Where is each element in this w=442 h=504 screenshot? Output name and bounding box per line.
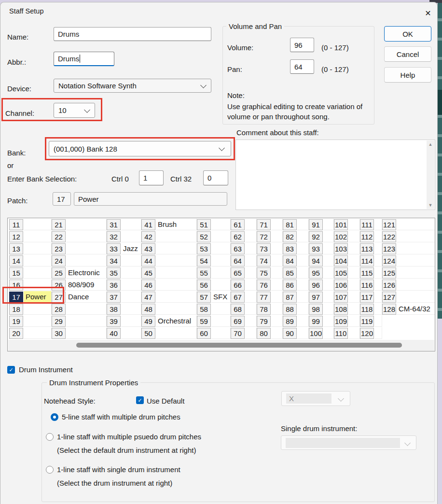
- patch-cell-123[interactable]: 123: [382, 243, 396, 254]
- patch-cell-15[interactable]: 15: [9, 267, 23, 279]
- patch-cell-106[interactable]: 106: [334, 280, 348, 291]
- ok-button[interactable]: OK: [384, 26, 431, 42]
- patch-name-28[interactable]: [66, 303, 107, 315]
- patch-name-107[interactable]: [348, 291, 360, 303]
- patch-name-102[interactable]: [348, 231, 360, 242]
- cancel-button[interactable]: Cancel: [384, 46, 431, 62]
- patch-cell-40[interactable]: 40: [107, 328, 121, 339]
- patch-name-14[interactable]: [24, 255, 52, 266]
- patch-cell-69[interactable]: 69: [231, 316, 245, 327]
- patch-name-96[interactable]: [323, 279, 334, 291]
- patch-name-12[interactable]: [24, 231, 52, 242]
- patch-cell-31[interactable]: 31: [107, 219, 121, 230]
- patch-name-104[interactable]: [348, 255, 360, 266]
- patch-name-66[interactable]: [245, 279, 257, 291]
- patch-name-38[interactable]: [121, 303, 141, 315]
- patch-name-48[interactable]: [156, 303, 197, 315]
- patch-cell-104[interactable]: 104: [334, 255, 348, 266]
- patch-name-98[interactable]: [323, 303, 334, 315]
- patch-cell-126[interactable]: 126: [382, 280, 396, 291]
- patch-cell-49[interactable]: 49: [141, 316, 155, 327]
- patch-cell-88[interactable]: 88: [283, 304, 297, 315]
- pan-input[interactable]: 64: [290, 59, 314, 74]
- patch-name-93[interactable]: [323, 243, 334, 254]
- patch-name-97[interactable]: [323, 291, 334, 303]
- patch-name-61[interactable]: [245, 219, 257, 230]
- patch-cell-39[interactable]: 39: [107, 316, 121, 327]
- patch-name-111[interactable]: [374, 219, 382, 230]
- patch-name-127[interactable]: [397, 291, 435, 303]
- patch-cell-54[interactable]: 54: [197, 255, 211, 266]
- patch-cell-98[interactable]: 98: [309, 304, 323, 315]
- patch-cell-103[interactable]: 103: [334, 243, 348, 254]
- patch-cell-89[interactable]: 89: [283, 316, 297, 327]
- ctrl0-input[interactable]: 1: [139, 170, 164, 185]
- patch-name-82[interactable]: [297, 231, 309, 242]
- patch-cell-23[interactable]: 23: [52, 243, 66, 254]
- patch-name-56[interactable]: [211, 279, 231, 291]
- patch-cell-18[interactable]: 18: [9, 304, 23, 315]
- patch-table-hscrollbar-thumb[interactable]: [76, 343, 402, 348]
- patch-cell-81[interactable]: 81: [283, 219, 297, 230]
- patch-name-80[interactable]: [271, 327, 283, 339]
- patch-cell-99[interactable]: 99: [309, 316, 323, 327]
- radio-5line-multiple[interactable]: [51, 413, 58, 421]
- patch-cell-27[interactable]: 27: [52, 292, 66, 303]
- patch-cell-55[interactable]: 55: [197, 267, 211, 279]
- bank-select[interactable]: (001,000) Bank 128: [49, 141, 231, 156]
- patch-name-120[interactable]: [374, 327, 382, 339]
- patch-cell-114[interactable]: 114: [360, 255, 374, 266]
- patch-name-88[interactable]: [297, 303, 309, 315]
- patch-name-94[interactable]: [323, 255, 334, 266]
- patch-cell-21[interactable]: 21: [52, 219, 66, 230]
- patch-cell-41[interactable]: 41: [141, 219, 155, 230]
- patch-cell-121[interactable]: 121: [382, 219, 396, 230]
- patch-name-74[interactable]: [271, 255, 283, 266]
- patch-name-44[interactable]: [156, 255, 197, 266]
- patch-cell-63[interactable]: 63: [231, 243, 245, 254]
- patch-name-84[interactable]: [297, 255, 309, 266]
- scroll-down-icon[interactable]: ▼: [428, 201, 433, 209]
- patch-name-72[interactable]: [271, 231, 283, 242]
- patch-name-70[interactable]: [245, 327, 257, 339]
- patch-name-41[interactable]: Brush: [156, 219, 197, 230]
- patch-name-22[interactable]: [66, 231, 107, 242]
- patch-name-124[interactable]: [397, 255, 435, 266]
- patch-cell-20[interactable]: 20: [9, 328, 23, 339]
- patch-name-99[interactable]: [323, 315, 334, 327]
- patch-cell-64[interactable]: 64: [231, 255, 245, 266]
- patch-name-95[interactable]: [323, 267, 334, 279]
- patch-name-63[interactable]: [245, 243, 257, 254]
- patch-cell-108[interactable]: 108: [334, 304, 348, 315]
- patch-cell-116[interactable]: 116: [360, 280, 374, 291]
- patch-name-59[interactable]: [211, 315, 231, 327]
- patch-cell-100[interactable]: 100: [309, 328, 323, 339]
- patch-name-54[interactable]: [211, 255, 231, 266]
- patch-name-87[interactable]: [297, 291, 309, 303]
- patch-name-60[interactable]: [211, 327, 231, 339]
- ctrl32-input[interactable]: 0: [203, 170, 228, 185]
- patch-cell-65[interactable]: 65: [231, 267, 245, 279]
- patch-cell-75[interactable]: 75: [257, 267, 271, 279]
- patch-cell-46[interactable]: 46: [141, 280, 155, 291]
- patch-name-17[interactable]: Power: [24, 291, 52, 303]
- patch-cell-19[interactable]: 19: [9, 316, 23, 327]
- patch-cell-128[interactable]: 128: [382, 304, 396, 315]
- drum-instrument-checkbox[interactable]: ✓: [7, 366, 15, 374]
- patch-cell-112[interactable]: 112: [360, 231, 374, 242]
- patch-name-23[interactable]: [66, 243, 107, 254]
- patch-cell-85[interactable]: 85: [283, 267, 297, 279]
- comment-scrollbar[interactable]: ▲ ▼: [427, 140, 434, 209]
- patch-cell-110[interactable]: 110: [334, 328, 348, 339]
- patch-cell-76[interactable]: 76: [257, 280, 271, 291]
- patch-cell-91[interactable]: 91: [309, 219, 323, 230]
- patch-cell-92[interactable]: 92: [309, 231, 323, 242]
- patch-cell-102[interactable]: 102: [334, 231, 348, 242]
- patch-name-34[interactable]: [121, 255, 141, 266]
- patch-cell-122[interactable]: 122: [382, 231, 396, 242]
- patch-cell-119[interactable]: 119: [360, 316, 374, 327]
- patch-name-50[interactable]: [156, 327, 197, 339]
- patch-cell-115[interactable]: 115: [360, 267, 374, 279]
- patch-cell-107[interactable]: 107: [334, 292, 348, 303]
- patch-name-26[interactable]: 808/909: [66, 279, 107, 291]
